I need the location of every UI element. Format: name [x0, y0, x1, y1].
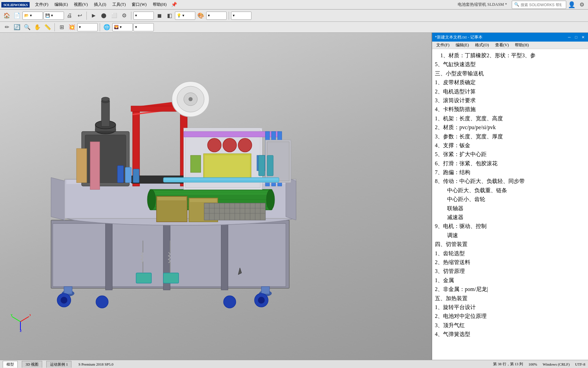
- print-btn[interactable]: 🖨: [65, 11, 74, 20]
- svg-text:Y: Y: [11, 313, 13, 317]
- notepad-line: 6、打滑：张紧、包胶滚花: [435, 159, 585, 168]
- notepad-menu-help[interactable]: 帮助(H): [512, 42, 532, 49]
- tab-model[interactable]: 模型: [3, 361, 18, 368]
- tab-motion[interactable]: 运动算例 1: [46, 361, 71, 368]
- notepad-menu-view[interactable]: 查看(V): [492, 42, 512, 49]
- notepad-line: 2、材质：pvc/pu/pe/si/pvk: [435, 123, 585, 132]
- svg-text:Z: Z: [20, 329, 22, 332]
- svg-point-47: [189, 97, 193, 101]
- render-btn[interactable]: 🎨: [196, 11, 206, 20]
- search-icon: 🔍: [514, 2, 519, 7]
- status-right: 第 38 行，第 13 列 100% Windows (CRLF) UTF-8: [493, 362, 585, 367]
- sketch-btn[interactable]: ✏: [2, 22, 12, 32]
- explode-btn[interactable]: 💥: [67, 22, 77, 32]
- notepad-line: 联轴器: [435, 204, 585, 213]
- svg-rect-5: [105, 220, 112, 290]
- notepad-line: 3、顶升气红: [435, 321, 585, 330]
- svg-rect-13: [163, 273, 179, 283]
- scene-dropdown[interactable]: ▾: [206, 12, 227, 20]
- undo-btn[interactable]: ↩: [75, 11, 84, 20]
- tab-3dview[interactable]: 3D 视图: [22, 361, 42, 368]
- svg-rect-96: [133, 169, 139, 183]
- rotate-btn[interactable]: 🔄: [12, 22, 22, 32]
- menu-tools[interactable]: 工具(T): [110, 1, 128, 8]
- notepad-line: 2、电池对中定位原理: [435, 312, 585, 321]
- scene2-dropdown[interactable]: 🌄 ▾: [112, 23, 133, 31]
- svg-point-54: [147, 189, 156, 210]
- axis-indicator: X Y Z: [10, 311, 31, 333]
- menu-window[interactable]: 窗口(W): [129, 1, 149, 8]
- svg-rect-38: [90, 142, 100, 189]
- notepad-content[interactable]: 1、材质：丁腈橡胶2、形状：平型3、参5、气缸快速选型三、小型皮带输送机1、皮带…: [432, 49, 588, 360]
- svg-rect-66: [205, 155, 250, 179]
- search-box[interactable]: 🔍: [512, 1, 566, 9]
- menu-file[interactable]: 文件(F): [32, 1, 51, 8]
- notepad-line: 1、材质：丁腈橡胶2、形状：平型3、参: [435, 51, 585, 60]
- notepad-line: 1、旋转平台设计: [435, 303, 585, 312]
- svg-rect-1: [53, 224, 107, 287]
- svg-rect-11: [261, 287, 270, 294]
- menu-help[interactable]: 帮助(H): [150, 1, 169, 8]
- select-btn[interactable]: ▶: [89, 11, 98, 20]
- menu-view[interactable]: 视图(V): [71, 1, 91, 8]
- notepad-close-btn[interactable]: ✕: [581, 35, 585, 40]
- floor-dropdown[interactable]: ▾: [133, 23, 154, 31]
- notepad-line: 3、滚筒设计要求: [435, 96, 585, 105]
- pin-icon[interactable]: 📌: [170, 1, 178, 8]
- gear-btn[interactable]: ⚙: [119, 11, 129, 20]
- new-file-btn[interactable]: 📄: [12, 11, 22, 20]
- pan-btn[interactable]: ✋: [33, 22, 42, 32]
- measure-btn[interactable]: 📏: [43, 22, 52, 32]
- machine-base: [51, 220, 289, 308]
- solidworks-logo: SOLIDWORKS: [1, 2, 30, 7]
- notepad-minimize-btn[interactable]: ─: [567, 35, 572, 40]
- svg-rect-37: [77, 149, 87, 183]
- home-btn[interactable]: 🏠: [2, 11, 12, 20]
- notepad-line: 1、金属: [435, 276, 585, 285]
- notepad-title: *新建文本文档.txt - 记事本: [435, 34, 483, 40]
- svg-rect-58: [184, 132, 279, 137]
- notepad-line: 三、小型皮带输送机: [435, 69, 585, 78]
- circle-btn[interactable]: ⬤: [99, 11, 109, 20]
- svg-rect-93: [267, 155, 273, 176]
- svg-rect-4: [226, 224, 286, 287]
- cube-btn[interactable]: ⬜: [109, 11, 119, 20]
- account-icon[interactable]: 👤: [567, 0, 576, 10]
- notepad-menu-format[interactable]: 格式(O): [472, 42, 492, 49]
- section-btn[interactable]: ⊞: [57, 22, 66, 32]
- svg-point-36: [101, 97, 110, 101]
- notepad-line: 9、电机：驱动、控制: [435, 222, 585, 231]
- lights-dropdown[interactable]: 💡 ▾: [175, 12, 195, 20]
- menu-bar: SOLIDWORKS 文件(F) 编辑(E) 视图(V) 插入(I) 工具(T)…: [0, 0, 588, 10]
- svg-point-19: [61, 297, 67, 304]
- open-dropdown[interactable]: 📂 ▾: [22, 12, 43, 20]
- display-dropdown[interactable]: ▾: [133, 12, 154, 20]
- appearance-dropdown[interactable]: ▾: [77, 23, 98, 31]
- svg-line-97: [20, 317, 29, 322]
- zoom-level: 100%: [528, 362, 537, 366]
- display-mode-btn[interactable]: ◼: [154, 11, 164, 20]
- toolbar-row: 🏠 📄 📂 ▾ 💾 ▾ 🖨 ↩ ▶ ⬤ ⬜ ⚙ ▾ ◼ ◧ 💡 ▾ 🎨 ▾ ▾: [0, 10, 588, 22]
- display-shade-btn[interactable]: ◧: [165, 11, 174, 20]
- menu-edit[interactable]: 编辑(E): [52, 1, 70, 8]
- main-area: X Y Z *新建文本文档.txt - 记事本 ─ □ ✕ 文件(F) 编辑(E…: [0, 33, 588, 360]
- notepad-line: 4、支撑：钣金: [435, 141, 585, 150]
- search-input[interactable]: [521, 3, 561, 7]
- svg-point-23: [224, 296, 236, 308]
- notepad-menu-file[interactable]: 文件(F): [434, 42, 452, 49]
- zoom-btn[interactable]: 🔍: [22, 22, 32, 32]
- viewport[interactable]: X Y Z: [0, 33, 431, 360]
- render2-btn[interactable]: 🌐: [102, 22, 112, 32]
- menu-insert[interactable]: 插入(I): [91, 1, 109, 8]
- settings-icon[interactable]: ⚙: [577, 0, 587, 10]
- view-dropdown[interactable]: ▾: [231, 12, 251, 20]
- notepad-maximize-btn[interactable]: □: [574, 35, 578, 40]
- row-col: 第 38 行，第 13 列: [493, 362, 523, 367]
- software-version: S Premium 2018 SP5.0: [78, 362, 113, 366]
- save-dropdown[interactable]: 💾 ▾: [44, 12, 64, 20]
- notepad-menu-edit[interactable]: 编辑(E): [453, 42, 472, 49]
- top-tubes: [163, 178, 279, 182]
- notepad-line: 5、张紧：扩大中心距: [435, 150, 585, 159]
- charset: UTF-8: [575, 362, 585, 366]
- svg-point-55: [266, 189, 275, 210]
